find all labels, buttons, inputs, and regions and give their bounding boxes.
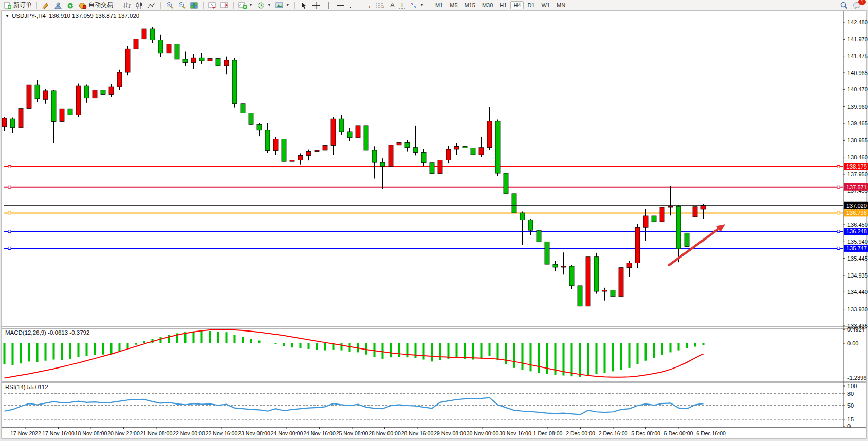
horizontal-line-icon xyxy=(337,2,345,9)
timeframe-H4[interactable]: H4 xyxy=(510,1,524,9)
hline-handle[interactable] xyxy=(8,186,11,188)
svg-text:135.445: 135.445 xyxy=(847,255,868,262)
svg-text:134.440: 134.440 xyxy=(847,289,868,295)
tile-windows-button[interactable] xyxy=(189,1,200,10)
zoom-in-icon xyxy=(165,2,174,9)
arrows-tool-button[interactable]: ▼ xyxy=(408,1,426,10)
chart-shift-icon xyxy=(220,2,229,9)
svg-text:24 Nov 16:00: 24 Nov 16:00 xyxy=(303,430,336,436)
chat-icon[interactable]: 1 xyxy=(853,1,863,9)
svg-text:24 Nov 00:00: 24 Nov 00:00 xyxy=(271,430,303,436)
svg-text:134.935: 134.935 xyxy=(847,272,868,279)
trendline-tool-button[interactable] xyxy=(347,1,359,10)
zoom-out-button[interactable] xyxy=(176,1,188,10)
timeframe-M1[interactable]: M1 xyxy=(432,1,446,9)
svg-text:21 Nov 08:00: 21 Nov 08:00 xyxy=(140,430,173,436)
timeframe-H1[interactable]: H1 xyxy=(496,1,510,9)
signal-button[interactable] xyxy=(65,1,76,10)
svg-text:17 Nov 16:00: 17 Nov 16:00 xyxy=(42,430,75,436)
label-tool-glyph: T xyxy=(399,2,405,9)
new-order-button[interactable]: 新订单 xyxy=(2,1,33,10)
fibonacci-tool-button[interactable]: F xyxy=(374,1,387,10)
svg-text:6 Dec 16:00: 6 Dec 16:00 xyxy=(696,430,726,436)
arrows-shapes-icon xyxy=(410,2,418,9)
dropdown-caret: ▼ xyxy=(420,3,424,7)
svg-text:137.950: 137.950 xyxy=(847,171,868,177)
svg-text:0.4924: 0.4924 xyxy=(847,326,865,333)
candlestick-chart-button[interactable] xyxy=(134,1,145,10)
svg-text:2 Dec 16:00: 2 Dec 16:00 xyxy=(599,430,628,436)
one-click-trading-toggle[interactable]: ▼ xyxy=(5,14,9,19)
channel-tool-button[interactable]: E xyxy=(360,1,373,10)
horizontal-line-tool-button[interactable] xyxy=(335,1,346,10)
symbol-name: USDJPY-,H4 xyxy=(12,13,46,19)
hline-handle[interactable] xyxy=(8,230,11,233)
vertical-line-icon xyxy=(324,2,333,9)
zoom-in-button[interactable] xyxy=(164,1,175,10)
svg-text:5 Dec 08:00: 5 Dec 08:00 xyxy=(631,430,660,436)
line-chart-button[interactable] xyxy=(146,1,157,10)
hline-handle[interactable] xyxy=(837,230,840,233)
hline-handle[interactable] xyxy=(837,247,840,249)
chart-template-button[interactable]: ▼ xyxy=(274,1,291,10)
dropdown-caret: ▼ xyxy=(286,3,290,7)
toolbar-separator xyxy=(429,2,429,9)
svg-text:136.248: 136.248 xyxy=(846,228,867,234)
candlestick-chart-icon xyxy=(135,2,143,9)
bar-chart-button[interactable] xyxy=(121,1,133,10)
svg-text:142.480: 142.480 xyxy=(847,19,868,25)
timeframe-M5[interactable]: M5 xyxy=(447,1,460,9)
autotrade-button[interactable]: 自动交易 xyxy=(77,1,115,10)
rsi-indicator-label: RSI(14) 55.0112 xyxy=(5,384,48,390)
svg-text:30 Nov 00:00: 30 Nov 00:00 xyxy=(467,430,499,436)
chart-canvas[interactable]: 142.480141.970141.475140.965140.470139.9… xyxy=(0,10,868,441)
svg-text:17 Nov 2022: 17 Nov 2022 xyxy=(10,430,41,436)
svg-text:50: 50 xyxy=(847,402,854,409)
svg-text:1 Dec 08:00: 1 Dec 08:00 xyxy=(533,430,563,436)
zoom-out-icon xyxy=(178,2,186,9)
autotrade-icon xyxy=(79,2,87,9)
svg-text:22 Nov 16:00: 22 Nov 16:00 xyxy=(206,430,238,436)
clock-icon xyxy=(257,2,265,9)
chart-profiles-button[interactable]: ▼ xyxy=(255,1,273,10)
hline-handle[interactable] xyxy=(8,247,11,249)
svg-text:140.470: 140.470 xyxy=(847,86,868,93)
auto-scroll-icon xyxy=(208,2,216,9)
hline-handle[interactable] xyxy=(8,166,11,168)
hline-handle[interactable] xyxy=(837,212,840,214)
hline-handle[interactable] xyxy=(837,166,840,168)
timeframe-D1[interactable]: D1 xyxy=(524,1,538,9)
crayon-button[interactable] xyxy=(40,1,51,10)
search-icon[interactable] xyxy=(839,1,848,9)
text-tool-button[interactable]: A xyxy=(389,1,396,10)
macd-signal-value: -0.3792 xyxy=(69,329,89,336)
new-chart-button[interactable]: ▼ xyxy=(237,1,254,10)
toolbar-separator xyxy=(233,2,234,9)
hline-handle[interactable] xyxy=(837,186,840,188)
auto-scroll-button[interactable] xyxy=(207,1,218,10)
timeframe-M30[interactable]: M30 xyxy=(479,1,496,9)
cursor-tool-button[interactable] xyxy=(298,1,309,10)
timeframe-MN[interactable]: MN xyxy=(553,1,568,9)
svg-text:22 Nov 00:00: 22 Nov 00:00 xyxy=(173,430,205,436)
hline-handle[interactable] xyxy=(8,212,11,214)
new-chart-icon xyxy=(238,2,247,9)
svg-text:136.796: 136.796 xyxy=(846,210,867,216)
svg-text:20 Nov 22:00: 20 Nov 22:00 xyxy=(107,430,140,436)
timeframe-toolbar: M1M5M15M30H1H4D1W1MN xyxy=(432,1,568,9)
crosshair-tool-button[interactable] xyxy=(310,1,322,10)
text-label-tool-button[interactable]: T xyxy=(397,1,407,10)
timeframe-W1[interactable]: W1 xyxy=(539,1,553,9)
vertical-line-tool-button[interactable] xyxy=(323,1,334,10)
symbol-title: ▼USDJPY-,H4 136.910 137.059 136.871 137.… xyxy=(5,13,139,19)
macd-indicator-label: MACD(12,26,9) -0.0613 -0.3792 xyxy=(5,329,89,336)
trendline-icon xyxy=(349,2,357,9)
new-order-icon xyxy=(4,2,12,9)
chart-background xyxy=(2,11,866,438)
cursor-icon xyxy=(300,2,308,9)
macd-main-value: -0.0613 xyxy=(48,329,68,336)
community-button[interactable] xyxy=(52,1,64,10)
chart-shift-button[interactable] xyxy=(219,1,230,10)
svg-text:141.475: 141.475 xyxy=(847,53,868,59)
timeframe-M15[interactable]: M15 xyxy=(461,1,478,9)
